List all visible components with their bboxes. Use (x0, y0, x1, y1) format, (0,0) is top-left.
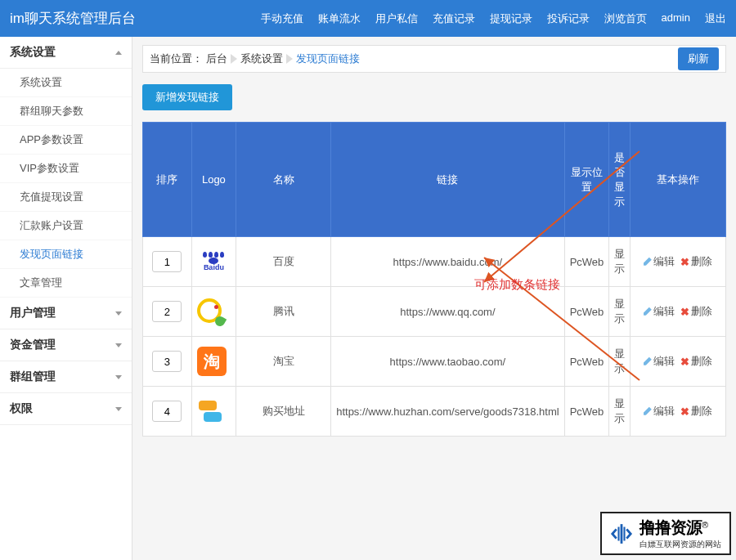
delete-label: 删除 (691, 254, 712, 269)
show-cell: 显示 (609, 337, 631, 387)
delete-link[interactable]: ✖删除 (680, 254, 712, 269)
table-row: Baidu 百度 https://www.baidu.com/ PcWeb 显示… (143, 237, 726, 287)
logo-cell (191, 287, 236, 337)
sidebar-group-groups[interactable]: 群组管理 (0, 361, 132, 393)
link-cell: https://www.taobao.com/ (331, 337, 564, 387)
table-row: 腾讯 https://www.qq.com/ PcWeb 显示 编辑 ✖删除 (143, 287, 726, 337)
chevron-right-icon (286, 54, 293, 64)
pencil-icon (644, 407, 652, 415)
close-icon: ✖ (680, 306, 689, 318)
link-cell: https://www.baidu.com/ (331, 237, 564, 287)
sidebar-group-label: 资金管理 (10, 338, 56, 352)
chevron-down-icon (115, 407, 122, 411)
refresh-button[interactable]: 刷新 (678, 47, 719, 70)
sort-input[interactable] (152, 251, 182, 272)
sidebar-item-remit[interactable]: 汇款账户设置 (0, 212, 132, 240)
show-cell: 显示 (609, 237, 631, 287)
sidebar-item-vipparams[interactable]: VIP参数设置 (0, 155, 132, 183)
sidebar-item-discoverlinks[interactable]: 发现页面链接 (0, 240, 132, 269)
sidebar-group-system[interactable]: 系统设置 (0, 37, 132, 69)
delete-link[interactable]: ✖删除 (680, 304, 712, 319)
qq-icon (197, 298, 223, 325)
sidebar-group-label: 系统设置 (10, 45, 56, 60)
edit-link[interactable]: 编辑 (644, 404, 675, 419)
topnav-item[interactable]: 提现记录 (490, 11, 532, 26)
name-cell: 腾讯 (236, 287, 331, 337)
sidebar-group-perm[interactable]: 权限 (0, 393, 132, 425)
topnav-item[interactable]: 用户私信 (375, 11, 418, 26)
sort-input[interactable] (152, 301, 182, 322)
delete-label: 删除 (691, 404, 712, 419)
topnav-item[interactable]: 投诉记录 (547, 11, 590, 26)
add-discover-link-button[interactable]: 新增发现链接 (142, 84, 232, 110)
edit-label: 编辑 (653, 404, 675, 419)
pos-cell: PcWeb (564, 337, 609, 387)
chevron-down-icon (115, 311, 122, 316)
pencil-icon (644, 307, 652, 316)
sidebar: 系统设置 系统设置 群组聊天参数 APP参数设置 VIP参数设置 充值提现设置 … (0, 37, 132, 560)
sidebar-item-recharge[interactable]: 充值提现设置 (0, 183, 132, 212)
sidebar-group-label: 权限 (10, 401, 33, 416)
topnav-item[interactable]: 退出 (705, 11, 726, 26)
baidu-icon: Baidu (197, 252, 231, 271)
delete-link[interactable]: ✖删除 (680, 354, 712, 369)
sidebar-group-users[interactable]: 用户管理 (0, 298, 132, 329)
watermark-subtitle: 白嫖互联网资源的网站 (640, 539, 721, 550)
name-cell: 购买地址 (236, 387, 331, 437)
th-ops: 基本操作 (631, 123, 726, 237)
topnav-item[interactable]: 手动充值 (261, 11, 303, 26)
close-icon: ✖ (680, 356, 689, 368)
breadcrumb: 当前位置： 后台 系统设置 发现页面链接 刷新 (142, 45, 726, 73)
edit-label: 编辑 (653, 354, 675, 369)
close-icon: ✖ (680, 256, 689, 268)
table-row: 购买地址 https://www.huzhan.com/serve/goods7… (143, 387, 726, 437)
logo-cell (191, 387, 236, 437)
links-table: 排序 Logo 名称 链接 显示位置 是否显示 基本操作 Baidu 百度 ht… (142, 122, 726, 437)
delete-link[interactable]: ✖删除 (680, 404, 712, 419)
pencil-icon (644, 258, 652, 266)
watermark-title: 撸撸资源 (640, 518, 702, 536)
logo-cell: 淘 (191, 337, 236, 387)
watermark-reg: ® (702, 520, 708, 530)
topnav-item[interactable]: 浏览首页 (604, 11, 647, 26)
th-logo: Logo (191, 123, 236, 237)
logo-cell: Baidu (191, 237, 236, 287)
topnav-item[interactable]: 账单流水 (318, 11, 361, 26)
chevron-down-icon (115, 375, 122, 379)
topnav-item[interactable]: 充值记录 (433, 11, 475, 26)
show-cell: 显示 (609, 287, 631, 337)
breadcrumb-item[interactable]: 系统设置 (240, 52, 283, 66)
chevron-right-icon (231, 54, 237, 64)
watermark: 撸撸资源® 白嫖互联网资源的网站 (600, 512, 731, 555)
sidebar-item-groupchat[interactable]: 群组聊天参数 (0, 97, 132, 126)
name-cell: 淘宝 (236, 337, 331, 387)
th-link: 链接 (331, 123, 564, 237)
edit-link[interactable]: 编辑 (644, 304, 675, 319)
sort-input[interactable] (152, 351, 182, 372)
breadcrumb-prefix: 当前位置： (150, 52, 203, 66)
topnav-item[interactable]: admin (662, 11, 690, 26)
sidebar-item-appparams[interactable]: APP参数设置 (0, 126, 132, 155)
edit-link[interactable]: 编辑 (644, 354, 675, 369)
edit-link[interactable]: 编辑 (644, 254, 675, 269)
sidebar-group-label: 群组管理 (10, 370, 56, 384)
table-row: 淘 淘宝 https://www.taobao.com/ PcWeb 显示 编辑… (143, 337, 726, 387)
sidebar-item-system[interactable]: 系统设置 (0, 69, 132, 97)
th-show: 是否显示 (609, 123, 631, 237)
link-cell: https://www.qq.com/ (331, 287, 564, 337)
sort-input[interactable] (152, 401, 182, 422)
show-cell: 显示 (609, 387, 631, 437)
th-name: 名称 (236, 123, 331, 237)
breadcrumb-item-current: 发现页面链接 (296, 52, 360, 66)
sidebar-item-articles[interactable]: 文章管理 (0, 269, 132, 298)
sidebar-group-funds[interactable]: 资金管理 (0, 329, 132, 361)
name-cell: 百度 (236, 237, 331, 287)
huzhan-icon (197, 398, 223, 424)
breadcrumb-item[interactable]: 后台 (206, 52, 227, 66)
delete-label: 删除 (691, 304, 712, 319)
app-title: im聊天系统管理后台 (10, 9, 261, 28)
chevron-down-icon (115, 343, 122, 347)
sidebar-group-label: 用户管理 (10, 306, 56, 320)
pos-cell: PcWeb (564, 287, 609, 337)
delete-label: 删除 (691, 354, 712, 369)
